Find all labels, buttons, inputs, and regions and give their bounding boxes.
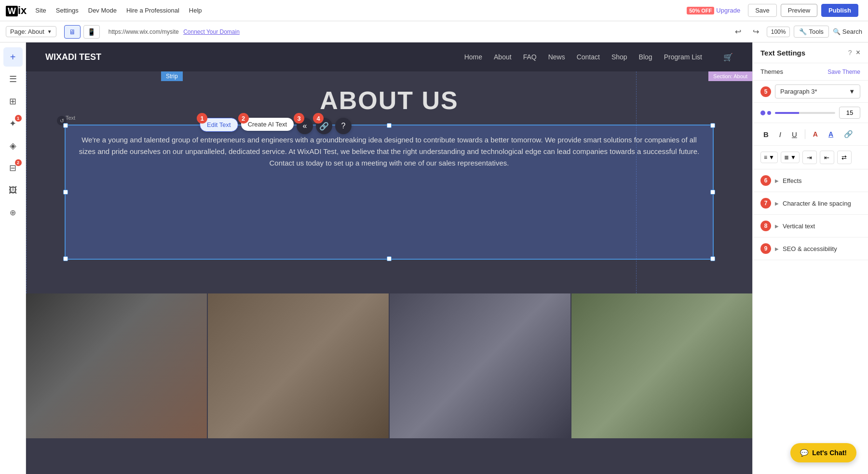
step7-badge: 7: [760, 198, 771, 209]
mobile-view-btn[interactable]: 📱: [83, 25, 100, 39]
align-left-dropdown[interactable]: ≡ ▼: [760, 152, 778, 163]
wix-logo: Wix: [6, 4, 27, 17]
cart-icon[interactable]: 🛒: [723, 53, 733, 62]
resize-handle-tl[interactable]: [63, 123, 68, 128]
site-url: https://www.wix.com/mysite: [108, 28, 179, 35]
save-theme-button[interactable]: Save Theme: [827, 69, 860, 75]
indent-decrease-button[interactable]: ⇤: [820, 151, 834, 164]
save-button[interactable]: Save: [748, 4, 777, 17]
menu-help[interactable]: Help: [189, 7, 202, 14]
italic-button[interactable]: I: [776, 128, 784, 140]
photo-cell-1: [26, 293, 208, 438]
indent-increase-button[interactable]: ⇥: [802, 151, 817, 164]
layers-icon: ⊕: [10, 208, 16, 217]
step8-badge: 8: [760, 221, 771, 231]
sidebar-media-button[interactable]: 🖼: [3, 181, 23, 200]
page-selector[interactable]: Page: About ▼: [6, 26, 56, 37]
menu-settings[interactable]: Settings: [56, 7, 79, 14]
char-spacing-section[interactable]: 7 ▶ Character & line spacing: [753, 192, 868, 215]
main-layout: + ☰ ⊞ ✦ 1 ◈ ⊟ 2 🖼 ⊕ WIXADI TEST: [0, 42, 868, 474]
resize-handle-bl[interactable]: [63, 256, 68, 261]
search-label: Search: [842, 28, 862, 35]
nav-home[interactable]: Home: [464, 53, 482, 61]
publish-button[interactable]: Publish: [821, 4, 858, 17]
sidebar-pages-button[interactable]: ☰: [3, 70, 23, 89]
tools-button[interactable]: 🔧 Tools: [794, 26, 828, 38]
nav-contact[interactable]: Contact: [577, 53, 600, 61]
sections-icon: ⊞: [9, 96, 16, 107]
text-direction-button[interactable]: ⇄: [837, 151, 852, 164]
vertical-text-arrow: ▶: [775, 223, 779, 229]
right-panel: Text Settings ? × Themes Save Theme 5 Pa…: [752, 42, 868, 474]
effects-section[interactable]: 6 ▶ Effects: [753, 169, 868, 192]
resize-handle-br[interactable]: [710, 256, 715, 261]
size-input[interactable]: [839, 107, 860, 119]
create-ai-text-button[interactable]: Create AI Text: [241, 118, 294, 131]
list-style-dropdown[interactable]: ≣ ▼: [781, 152, 800, 163]
text-style-button[interactable]: A: [826, 128, 836, 140]
sidebar-sections-button[interactable]: ⊞: [3, 92, 23, 111]
step9-badge: 9: [760, 243, 771, 254]
sidebar-layers-button[interactable]: ⊕: [3, 203, 23, 222]
section-label: Section: About: [708, 71, 752, 81]
strip-label: Strip: [161, 71, 183, 81]
tools-icon: 🔧: [799, 28, 807, 35]
menu-site[interactable]: Site: [35, 7, 46, 14]
paragraph-selector[interactable]: Paragraph 3* ▼: [775, 84, 860, 98]
upgrade-link[interactable]: Upgrade: [716, 7, 740, 14]
resize-handle-tr[interactable]: [710, 123, 715, 128]
nav-news[interactable]: News: [548, 53, 565, 61]
sidebar-design-button[interactable]: ◈: [3, 136, 23, 155]
upgrade-badge: 50% OFF: [687, 7, 714, 14]
connect-domain-link[interactable]: Connect Your Domain: [183, 28, 240, 35]
menu-hire[interactable]: Hire a Professional: [126, 7, 179, 14]
text-link-button[interactable]: 🔗: [841, 128, 856, 140]
seo-section[interactable]: 9 ▶ SEO & accessibility: [753, 237, 868, 260]
undo-button[interactable]: ↩: [731, 25, 745, 38]
about-section: 1 Edit Text 2 Create AI Text 3 « 4 🔗: [26, 71, 752, 293]
slider-dot2: [767, 111, 771, 115]
sidebar-elements-button[interactable]: ✦ 1: [3, 114, 23, 133]
resize-handle-lm[interactable]: [63, 190, 68, 195]
step6-badge: 6: [760, 175, 771, 186]
redo-button[interactable]: ↪: [749, 25, 763, 38]
chat-button[interactable]: 💬 Let's Chat!: [790, 443, 856, 462]
apps-badge: 2: [15, 159, 22, 166]
bold-button[interactable]: B: [760, 128, 772, 140]
nav-about[interactable]: About: [494, 53, 512, 61]
nav-faq[interactable]: FAQ: [523, 53, 537, 61]
photo-3: [390, 293, 570, 438]
photo-4: [571, 293, 752, 438]
vertical-text-section[interactable]: 8 ▶ Vertical text: [753, 215, 868, 237]
text-element[interactable]: ↺ Text We're a young and talented group …: [65, 125, 714, 260]
desktop-view-btn[interactable]: 🖥: [64, 25, 81, 39]
underline-button[interactable]: U: [789, 128, 800, 140]
text-color-button[interactable]: A: [810, 128, 821, 140]
nav-blog[interactable]: Blog: [639, 53, 652, 61]
resize-handle-bm[interactable]: [387, 256, 392, 261]
sidebar-apps-button[interactable]: ⊟ 2: [3, 158, 23, 178]
sidebar-add-button[interactable]: +: [3, 47, 23, 67]
resize-handle-tm[interactable]: [387, 123, 392, 128]
top-bar: Wix Site Settings Dev Mode Hire a Profes…: [0, 0, 868, 21]
menu-devmode[interactable]: Dev Mode: [88, 7, 117, 14]
panel-help-button[interactable]: ?: [848, 49, 852, 56]
preview-button[interactable]: Preview: [781, 4, 817, 17]
url-bar: https://www.wix.com/mysite Connect Your …: [108, 28, 725, 35]
nav-program-list[interactable]: Program List: [664, 53, 702, 61]
help-toolbar-button[interactable]: ?: [335, 118, 352, 134]
paragraph-row: 5 Paragraph 3* ▼: [753, 81, 868, 103]
panel-close-button[interactable]: ×: [856, 48, 860, 57]
zoom-indicator[interactable]: 100%: [767, 27, 790, 37]
align-dropdown-arrow: ▼: [769, 154, 774, 161]
nav-shop[interactable]: Shop: [611, 53, 627, 61]
resize-handle-rm[interactable]: [710, 190, 715, 195]
list-icon: ≣: [784, 154, 789, 161]
about-text-content[interactable]: We're a young and talented group of entr…: [77, 134, 701, 169]
tools-label: Tools: [809, 28, 823, 35]
search-button[interactable]: 🔍 Search: [833, 28, 862, 35]
size-slider[interactable]: [775, 112, 835, 114]
add-icon: +: [10, 52, 16, 63]
text-element-label: Text: [66, 115, 75, 121]
page-dropdown-arrow: ▼: [47, 29, 52, 34]
